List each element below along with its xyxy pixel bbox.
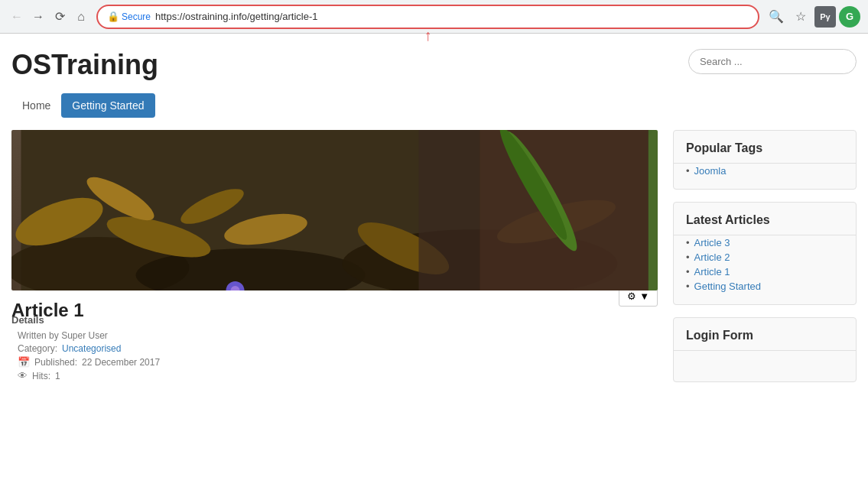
popular-tags-title: Popular Tags xyxy=(674,131,856,163)
search-input[interactable] xyxy=(688,49,857,74)
hits-value: 1 xyxy=(55,371,60,381)
hits-row: 👁 Hits: 1 xyxy=(18,370,658,381)
top-nav: Home Getting Started xyxy=(11,93,857,118)
profile-button[interactable]: G xyxy=(839,6,860,28)
published-row: 📅 Published: 22 December 2017 xyxy=(18,356,658,368)
details-header: Details xyxy=(11,314,658,326)
sidebar: Popular Tags Joomla Latest Articles xyxy=(673,130,857,394)
browser-chrome: ← → ⟳ ⌂ 🔒 Secure https://ostraining.info… xyxy=(0,0,868,34)
hits-icon: 👁 xyxy=(18,370,28,381)
url-domain: https://ostraining.info xyxy=(155,11,247,22)
address-bar[interactable]: 🔒 Secure https://ostraining.info/getting… xyxy=(96,5,759,29)
extension-button[interactable]: Pγ xyxy=(814,6,836,28)
calendar-icon: 📅 xyxy=(18,356,30,368)
secure-label: Secure xyxy=(122,11,151,22)
written-by-text: Written by Super User xyxy=(18,330,108,341)
hits-label: Hits: xyxy=(32,371,50,381)
browser-actions: 🔍 ☆ Pγ G xyxy=(766,6,860,28)
main-content: Article 1 ⚙ ▼ Details Written by Super U… xyxy=(11,130,658,394)
article1-link[interactable]: Article 1 xyxy=(694,266,730,277)
url-path: /getting/article-1 xyxy=(247,11,318,22)
latest-articles-content: Article 3 Article 2 Article 1 Getting St… xyxy=(674,235,856,304)
nav-item-home[interactable]: Home xyxy=(11,93,61,118)
login-form-box: Login Form xyxy=(673,317,857,382)
list-item: Article 3 xyxy=(686,235,844,250)
back-button[interactable]: ← xyxy=(8,8,26,26)
list-item: Joomla xyxy=(686,164,844,178)
lock-icon: 🔒 xyxy=(107,11,119,22)
category-link[interactable]: Uncategorised xyxy=(62,343,121,354)
nav-item-getting-started[interactable]: Getting Started xyxy=(61,93,154,118)
nav-buttons: ← → ⟳ ⌂ xyxy=(8,8,90,26)
page-header: OSTraining xyxy=(11,49,857,81)
home-button[interactable]: ⌂ xyxy=(72,8,90,26)
popular-tags-content: Joomla xyxy=(674,164,856,189)
login-form-title: Login Form xyxy=(674,318,856,350)
article2-link[interactable]: Article 2 xyxy=(694,251,730,263)
url-text: https://ostraining.info/getting/article-… xyxy=(155,11,749,22)
category-label: Category: xyxy=(18,343,57,354)
getting-started-link[interactable]: Getting Started xyxy=(694,281,761,292)
latest-articles-box: Latest Articles Article 3 Article 2 Arti… xyxy=(673,202,857,305)
list-item: Getting Started xyxy=(686,279,844,294)
popular-tags-box: Popular Tags Joomla xyxy=(673,130,857,190)
category-row: Category: Uncategorised xyxy=(18,343,658,354)
article-image xyxy=(11,130,658,290)
site-title: OSTraining xyxy=(11,49,158,81)
article3-link[interactable]: Article 3 xyxy=(694,237,730,248)
tools-arrow-icon: ▼ xyxy=(639,290,649,302)
latest-articles-title: Latest Articles xyxy=(674,203,856,235)
list-item: Article 1 xyxy=(686,264,844,279)
tag-joomla-link[interactable]: Joomla xyxy=(694,165,727,177)
secure-badge: 🔒 Secure xyxy=(107,11,151,22)
article-details: Details Written by Super User Category: … xyxy=(11,314,658,381)
refresh-button[interactable]: ⟳ xyxy=(50,8,69,26)
page-wrapper: OSTraining Home Getting Started xyxy=(0,34,868,410)
popular-tags-list: Joomla xyxy=(686,164,844,178)
url-arrow: ↑ xyxy=(424,27,432,44)
content-area: Article 1 ⚙ ▼ Details Written by Super U… xyxy=(11,130,857,394)
latest-articles-list: Article 3 Article 2 Article 1 Getting St… xyxy=(686,235,844,294)
gear-icon: ⚙ xyxy=(627,290,636,302)
written-by-row: Written by Super User xyxy=(18,330,658,341)
bookmark-button[interactable]: ☆ xyxy=(790,6,811,28)
forward-button[interactable]: → xyxy=(29,8,47,26)
published-value: 22 December 2017 xyxy=(82,357,160,368)
search-icon-btn[interactable]: 🔍 xyxy=(766,6,787,28)
list-item: Article 2 xyxy=(686,250,844,264)
login-form-content xyxy=(674,351,856,381)
published-label: Published: xyxy=(34,357,77,368)
